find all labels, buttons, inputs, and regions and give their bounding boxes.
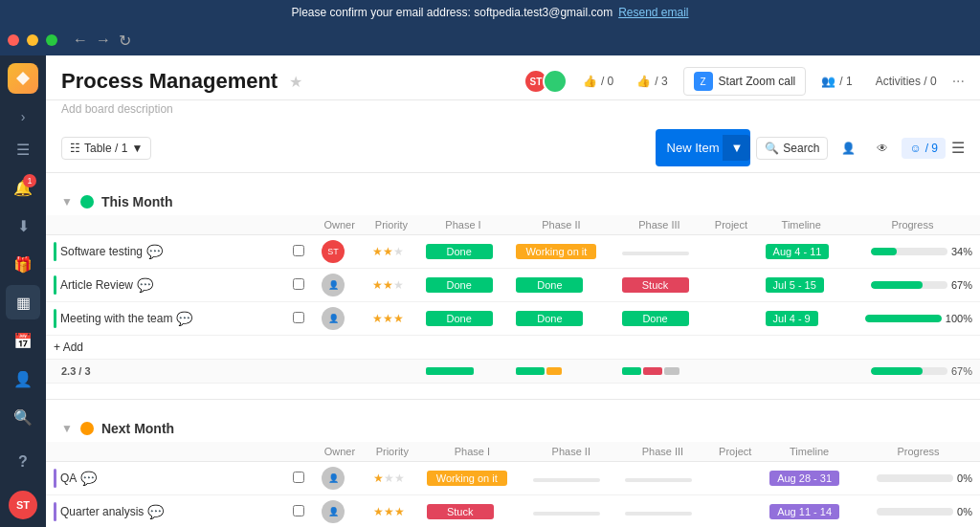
new-item-button[interactable]: New Item ▼ (656, 129, 751, 166)
summary-phase1 (418, 360, 509, 384)
forward-button[interactable]: → (96, 32, 111, 49)
refresh-button[interactable]: ↻ (119, 32, 131, 50)
row-checkbox[interactable] (293, 278, 304, 290)
sidebar-item-search[interactable]: 🔍 (6, 400, 40, 434)
window-controls (8, 34, 57, 46)
row-priority-cell: ★★★ (365, 269, 417, 302)
row-progress-cell: 0% (857, 495, 980, 528)
summary-timeline (758, 360, 845, 384)
filter-button[interactable]: ☰ (951, 139, 965, 157)
more-options-button[interactable]: ··· (952, 73, 965, 90)
back-button[interactable]: ← (73, 32, 88, 49)
collab-button[interactable]: ☺ / 9 (902, 138, 946, 159)
row-checkbox[interactable] (293, 472, 304, 483)
notification-text: Please confirm your email address: softp… (291, 6, 612, 19)
group-this-month-header: ▼ This Month (46, 188, 980, 215)
search-icon: 🔍 (13, 408, 33, 427)
calendar-icon: 📅 (13, 332, 33, 350)
gift-icon: 🎁 (13, 255, 33, 274)
table-view-button[interactable]: ☷ Table / 1 ▼ (61, 137, 151, 160)
summary-row: 2.3 / 3 (46, 360, 980, 384)
table-row: Quarter analysis 💬 👤 ★★★ St (46, 495, 980, 528)
activities-button[interactable]: Activities / 0 (868, 71, 945, 92)
user-avatar-online (543, 69, 568, 94)
title-bar: ← → ↻ (0, 25, 980, 55)
favorite-star-icon[interactable]: ★ (289, 73, 302, 91)
row-project-cell (708, 462, 762, 495)
add-row[interactable]: + Add (46, 336, 980, 360)
col-priority: Priority (366, 442, 419, 462)
row-checkbox[interactable] (293, 312, 304, 323)
comment-icon[interactable]: 💬 (137, 277, 153, 293)
row-phase2-cell (525, 462, 617, 495)
row-checkbox[interactable] (293, 505, 304, 516)
group-color-dot (80, 422, 94, 435)
this-month-table: Owner Priority Phase I Phase II Phase II… (46, 215, 980, 384)
row-phase3-cell: Stuck (614, 269, 705, 302)
sidebar: › ☰ 🔔 1 ⬇ 🎁 ▦ 📅 👤 🔍 ? ST (0, 55, 46, 527)
row-name-cell: Quarter analysis 💬 (46, 495, 285, 528)
person-filter-button[interactable]: 👤 (834, 138, 863, 159)
add-row-button[interactable]: + Add (46, 336, 980, 360)
search-button[interactable]: 🔍 Search (756, 137, 828, 160)
user-avatar-sidebar[interactable]: ST (9, 491, 37, 519)
minimize-button[interactable] (27, 34, 38, 46)
group-this-month: ▼ This Month Owner Priority Phase I Phas… (46, 188, 980, 384)
likes-button[interactable]: 👍 / 3 (629, 71, 675, 92)
people-count-button[interactable]: 👥 / 1 (813, 71, 859, 92)
person-icon: 👤 (841, 142, 856, 155)
table-dropdown-icon: ▼ (131, 142, 143, 155)
close-button[interactable] (8, 34, 19, 46)
resend-email-link[interactable]: Resend email (618, 6, 688, 19)
eye-icon: 👁 (877, 142, 888, 155)
row-checkbox[interactable] (293, 245, 304, 256)
row-timeline-cell: Jul 5 - 15 (758, 269, 845, 302)
board-description[interactable]: Add board description (46, 100, 980, 123)
sidebar-item-gift[interactable]: 🎁 (6, 247, 40, 281)
reactions-button[interactable]: 👍 / 0 (575, 71, 621, 92)
sidebar-item-help[interactable]: ? (6, 445, 40, 479)
sidebar-item-inbox[interactable]: ⬇ (6, 209, 40, 243)
summary-score: 2.3 / 3 (46, 360, 365, 384)
board-icon: ▦ (16, 294, 31, 312)
row-owner-cell: 👤 (314, 495, 366, 528)
group-color-dot (80, 195, 94, 209)
sidebar-item-calendar[interactable]: 📅 (6, 323, 40, 358)
group-title: This Month (101, 194, 173, 209)
sidebar-item-board[interactable]: ▦ (6, 285, 40, 319)
sidebar-item-people[interactable]: 👤 (6, 362, 40, 396)
header-actions: ST 👍 / 0 👍 / 3 Z Start Zoom call 👥 (523, 67, 965, 96)
group-toggle-icon[interactable]: ▼ (61, 195, 73, 209)
row-phase3-cell (614, 235, 705, 269)
summary-progress: 67% (845, 360, 980, 384)
table-icon: ☷ (70, 142, 80, 155)
row-check-cell (285, 269, 314, 302)
owner-avatar: 👤 (322, 274, 345, 296)
sidebar-collapse-button[interactable]: › (17, 105, 30, 128)
zoom-button[interactable]: Z Start Zoom call (683, 67, 807, 96)
group-toggle-icon[interactable]: ▼ (61, 422, 73, 435)
likes-icon: 👍 (636, 75, 651, 88)
row-name: Software testing (60, 245, 143, 258)
new-item-dropdown-icon[interactable]: ▼ (723, 135, 750, 161)
collab-icon: ☺ (909, 142, 921, 155)
comment-icon[interactable]: 💬 (80, 471, 97, 486)
eye-button[interactable]: 👁 (869, 138, 896, 159)
row-timeline-cell: Aug 28 - 31 (762, 462, 857, 495)
row-timeline-cell: Aug 11 - 14 (762, 495, 857, 528)
maximize-button[interactable] (46, 34, 57, 46)
row-name-cell: Article Review 💬 (46, 269, 285, 302)
section-divider (46, 399, 980, 400)
sidebar-item-notifications[interactable]: 🔔 1 (6, 170, 40, 205)
col-priority: Priority (365, 215, 417, 235)
row-phase2-cell: Done (508, 302, 613, 336)
summary-project (704, 360, 757, 384)
comment-icon[interactable]: 💬 (146, 244, 163, 259)
comment-icon[interactable]: 💬 (147, 504, 164, 519)
row-timeline-cell: Aug 4 - 11 (758, 235, 845, 269)
row-phase3-cell (617, 462, 709, 495)
row-owner-cell: 👤 (314, 462, 366, 495)
sidebar-item-menu[interactable]: ☰ (6, 132, 40, 166)
col-name (46, 215, 285, 235)
comment-icon[interactable]: 💬 (176, 311, 192, 326)
